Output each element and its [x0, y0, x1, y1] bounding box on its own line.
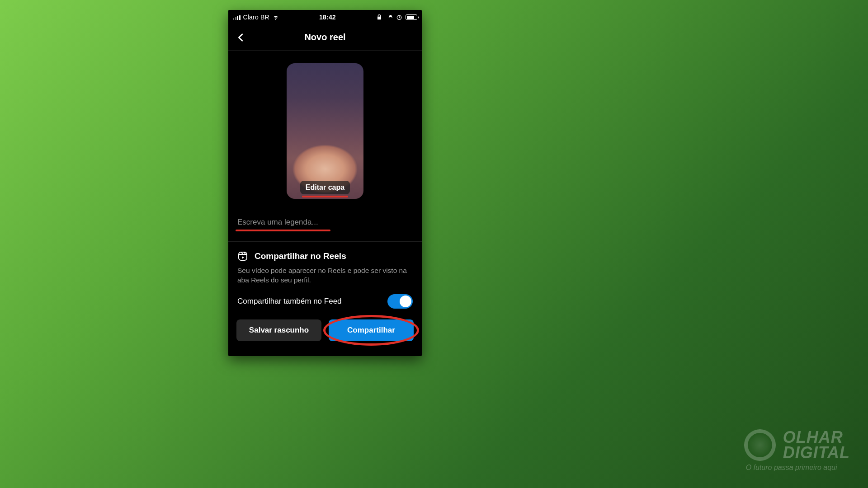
- page-title: Novo reel: [304, 32, 345, 42]
- share-title: Compartilhar no Reels: [255, 251, 346, 261]
- brand-tagline: O futuro passa primeiro aqui: [746, 464, 837, 472]
- caption-section: [228, 207, 422, 233]
- app-header: Novo reel: [228, 24, 422, 51]
- svg-rect-1: [239, 252, 247, 260]
- share-button[interactable]: Compartilhar: [329, 319, 414, 341]
- back-button[interactable]: [232, 28, 250, 47]
- feed-toggle-label: Compartilhar também no Feed: [237, 297, 342, 306]
- share-section: Compartilhar no Reels Seu vídeo pode apa…: [228, 242, 422, 317]
- chevron-left-icon: [236, 33, 246, 42]
- cover-preview-area: Editar capa: [228, 51, 422, 207]
- share-description: Seu vídeo pode aparecer no Reels e pode …: [237, 266, 413, 285]
- brand-name-line1: OLHAR: [783, 430, 850, 445]
- action-button-row: Salvar rascunho Compartilhar: [228, 317, 422, 351]
- brand-name-line2: DIGITAL: [783, 445, 850, 460]
- phone-screenshot: Claro BR 18:42 Novo reel Editar capa: [228, 10, 422, 356]
- lock-icon: [376, 14, 383, 21]
- battery-icon: [406, 14, 417, 20]
- clock-label: 18:42: [319, 14, 336, 21]
- brand-logo-icon: [744, 429, 776, 461]
- toggle-knob: [400, 296, 411, 307]
- carrier-label: Claro BR: [243, 14, 269, 21]
- brand-watermark: OLHAR DIGITAL O futuro passa primeiro aq…: [744, 429, 850, 472]
- status-bar: Claro BR 18:42: [228, 10, 422, 24]
- reels-icon: [237, 251, 248, 262]
- caption-input[interactable]: [237, 218, 328, 227]
- cover-thumbnail[interactable]: Editar capa: [287, 63, 363, 199]
- edit-cover-button[interactable]: Editar capa: [300, 181, 350, 194]
- brand-name: OLHAR DIGITAL: [783, 430, 850, 460]
- location-icon: [386, 14, 393, 21]
- wifi-icon: [272, 14, 279, 21]
- save-draft-button[interactable]: Salvar rascunho: [236, 319, 321, 341]
- signal-icon: [233, 14, 241, 20]
- feed-toggle[interactable]: [387, 294, 413, 309]
- alarm-icon: [396, 14, 403, 21]
